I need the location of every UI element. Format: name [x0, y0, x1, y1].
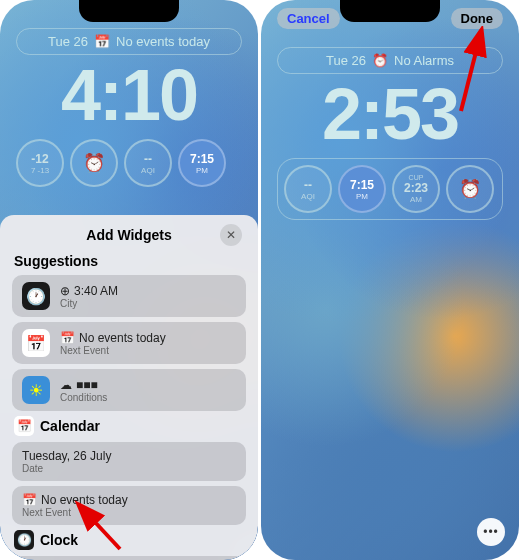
- lock-clock: 4:10: [0, 59, 258, 131]
- calendar-next-event-widget[interactable]: 📅 No events today Next Event: [12, 486, 246, 525]
- city-clock-widget[interactable]: CUP 2:23 AM: [392, 165, 440, 213]
- alarm-icon: [83, 152, 105, 174]
- suggestion-calendar[interactable]: 📅 📅 No events today Next Event: [12, 322, 246, 364]
- notch: [340, 0, 440, 22]
- calendar-date-widget[interactable]: Tuesday, 26 July Date: [12, 442, 246, 481]
- close-icon: ✕: [226, 228, 236, 242]
- no-alarms-text: No Alarms: [394, 53, 454, 68]
- alarm-widget[interactable]: [70, 139, 118, 187]
- done-button[interactable]: Done: [451, 8, 504, 29]
- alarm-icon: ⏰: [372, 53, 388, 68]
- clock-icon: 🕐: [14, 530, 34, 550]
- aqi-widget[interactable]: -- AQI: [124, 139, 172, 187]
- calendar-icon: 📅: [94, 34, 110, 49]
- phone-left: Tue 26 📅 No events today 4:10 -12 7 -13 …: [0, 0, 258, 560]
- phone-right: Cancel Done Tue 26 ⏰ No Alarms 2:53 -- A…: [261, 0, 519, 560]
- date-widget[interactable]: Tue 26 ⏰ No Alarms: [277, 47, 503, 74]
- more-button[interactable]: •••: [477, 518, 505, 546]
- alarm-icon: [459, 178, 481, 200]
- suggestion-clock[interactable]: 🕐 ⊕ 3:40 AM City: [12, 275, 246, 317]
- widget-row: -12 7 -13 -- AQI 7:15 PM: [16, 139, 242, 187]
- date-day: Tue 26: [48, 34, 88, 49]
- close-button[interactable]: ✕: [220, 224, 242, 246]
- alarm-widget[interactable]: [446, 165, 494, 213]
- aqi-widget[interactable]: -- AQI: [284, 165, 332, 213]
- date-widget[interactable]: Tue 26 📅 No events today: [16, 28, 242, 55]
- calendar-section-header: 📅 Calendar: [14, 416, 244, 436]
- world-clock-widget[interactable]: 7:15 PM: [178, 139, 226, 187]
- suggestions-header: Suggestions: [14, 253, 244, 269]
- ellipsis-icon: •••: [483, 525, 499, 539]
- calendar-icon: 📅: [14, 416, 34, 436]
- calendar-icon: 📅: [22, 329, 50, 357]
- clock-section-header: 🕐 Clock: [14, 530, 244, 550]
- cancel-button[interactable]: Cancel: [277, 8, 340, 29]
- widget-row-editor[interactable]: -- AQI 7:15 PM CUP 2:23 AM: [277, 158, 503, 220]
- world-clock-widget[interactable]: 7:15 PM: [338, 165, 386, 213]
- date-events: No events today: [116, 34, 210, 49]
- suggestion-weather[interactable]: ☀ ☁ ■■■ Conditions: [12, 369, 246, 411]
- lock-clock: 2:53: [261, 78, 519, 150]
- notch: [79, 0, 179, 22]
- clock-icon: 🕐: [22, 282, 50, 310]
- weather-temp-widget[interactable]: -12 7 -13: [16, 139, 64, 187]
- add-widgets-sheet: Add Widgets ✕ Suggestions 🕐 ⊕ 3:40 AM Ci…: [0, 215, 258, 560]
- date-day: Tue 26: [326, 53, 366, 68]
- sheet-title: Add Widgets: [86, 227, 171, 243]
- clock-city-widget[interactable]: ⊕ 3:40 AM: [12, 556, 246, 560]
- weather-icon: ☀: [22, 376, 50, 404]
